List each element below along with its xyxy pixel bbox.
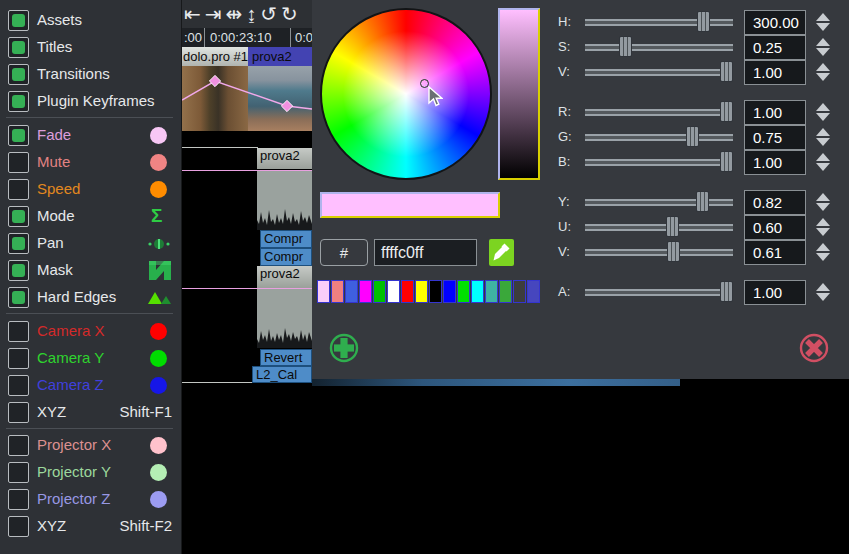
timebar[interactable]: :00 0:00:23:10 0:0 <box>182 28 312 47</box>
spin-up-icon[interactable] <box>816 38 830 46</box>
saturation-value-box[interactable]: 0.25 <box>744 35 806 60</box>
next-edit-icon[interactable]: ⇥ <box>205 4 222 24</box>
close-button[interactable] <box>797 331 831 365</box>
slider-thumb[interactable] <box>667 241 680 262</box>
eyedropper-button[interactable] <box>489 239 514 266</box>
spin-down-icon[interactable] <box>816 203 830 211</box>
menu-item-fade[interactable]: Fade <box>0 122 181 149</box>
spin-up-icon[interactable] <box>816 243 830 251</box>
checkbox[interactable] <box>8 64 29 85</box>
palette-swatch[interactable] <box>317 280 330 303</box>
prev-edit-icon[interactable]: ⇤ <box>184 4 201 24</box>
menu-item-camera-z[interactable]: Camera Z <box>0 372 181 399</box>
checkbox[interactable] <box>8 287 29 308</box>
checkbox[interactable] <box>8 435 29 456</box>
green-spinner[interactable] <box>812 126 833 149</box>
spin-down-icon[interactable] <box>816 293 830 301</box>
fade-keyframe-curve[interactable] <box>182 66 312 131</box>
spin-down-icon[interactable] <box>816 138 830 146</box>
green-value-box[interactable]: 0.75 <box>744 125 806 150</box>
checkbox[interactable] <box>8 152 29 173</box>
spin-down-icon[interactable] <box>816 228 830 236</box>
spin-down-icon[interactable] <box>816 163 830 171</box>
slider-thumb[interactable] <box>720 61 733 82</box>
menu-item-assets[interactable]: Assets <box>0 7 181 34</box>
v-value-box[interactable]: 0.61 <box>744 240 806 265</box>
menu-item-mute[interactable]: Mute <box>0 149 181 176</box>
menu-item-hard-edges[interactable]: Hard Edges <box>0 284 181 311</box>
v-slider[interactable] <box>585 241 733 264</box>
checkbox[interactable] <box>8 260 29 281</box>
hex-input[interactable]: ffffc0ff <box>374 239 477 266</box>
checkbox[interactable] <box>8 348 29 369</box>
slider-thumb[interactable] <box>696 191 709 212</box>
audio-waveform-block[interactable] <box>257 171 312 230</box>
checkbox[interactable] <box>8 10 29 31</box>
palette-swatch[interactable] <box>499 280 512 303</box>
palette-swatch[interactable] <box>429 280 442 303</box>
audio-clip-title[interactable]: prova2 <box>257 266 312 288</box>
menu-item-projector-xyz[interactable]: XYZ Shift-F2 <box>0 513 181 540</box>
palette-swatch[interactable] <box>513 280 526 303</box>
menu-item-mask[interactable]: Mask <box>0 257 181 284</box>
u-spinner[interactable] <box>812 216 833 239</box>
checkbox[interactable] <box>8 91 29 112</box>
luma-spinner[interactable] <box>812 191 833 214</box>
palette-swatch[interactable] <box>373 280 386 303</box>
spin-up-icon[interactable] <box>816 218 830 226</box>
spin-up-icon[interactable] <box>816 103 830 111</box>
menu-item-transitions[interactable]: Transitions <box>0 61 181 88</box>
checkbox[interactable] <box>8 37 29 58</box>
hue-value-box[interactable]: 300.00 <box>744 10 806 35</box>
spin-up-icon[interactable] <box>816 283 830 291</box>
spin-down-icon[interactable] <box>816 73 830 81</box>
palette-swatch[interactable] <box>359 280 372 303</box>
slider-thumb[interactable] <box>720 151 733 172</box>
hex-hash-button[interactable]: # <box>320 239 368 266</box>
spin-up-icon[interactable] <box>816 13 830 21</box>
palette-swatch[interactable] <box>331 280 344 303</box>
undo-icon[interactable]: ↺ <box>260 4 277 24</box>
palette-swatch[interactable] <box>527 280 540 303</box>
alpha-spinner[interactable] <box>812 281 833 304</box>
video-clip-title[interactable]: prova2 <box>248 47 312 66</box>
checkbox[interactable] <box>8 206 29 227</box>
menu-item-projector-x[interactable]: Projector X <box>0 432 181 459</box>
luma-slider[interactable] <box>585 191 733 214</box>
menu-item-mode[interactable]: Mode Σ <box>0 203 181 230</box>
saturation-spinner[interactable] <box>812 36 833 59</box>
red-value-box[interactable]: 1.00 <box>744 100 806 125</box>
hue-slider[interactable] <box>585 11 733 34</box>
blue-slider[interactable] <box>585 151 733 174</box>
alpha-slider[interactable] <box>585 281 733 304</box>
palette-swatch[interactable] <box>401 280 414 303</box>
menu-item-speed[interactable]: Speed <box>0 176 181 203</box>
checkbox[interactable] <box>8 179 29 200</box>
palette-swatch[interactable] <box>471 280 484 303</box>
menu-item-pan[interactable]: Pan <box>0 230 181 257</box>
palette-swatch[interactable] <box>443 280 456 303</box>
slider-thumb[interactable] <box>619 36 632 57</box>
menu-item-camera-x[interactable]: Camera X <box>0 318 181 345</box>
slider-thumb[interactable] <box>720 281 733 302</box>
video-clip-title[interactable]: dolo.pro #1 <box>182 47 248 66</box>
palette-swatch[interactable] <box>387 280 400 303</box>
spin-up-icon[interactable] <box>816 193 830 201</box>
saturation-slider[interactable] <box>585 36 733 59</box>
slider-thumb[interactable] <box>697 11 710 32</box>
palette-swatch[interactable] <box>415 280 428 303</box>
audio-waveform-block[interactable] <box>257 289 312 348</box>
palette-swatch[interactable] <box>485 280 498 303</box>
spin-down-icon[interactable] <box>816 113 830 121</box>
audio-clip-title[interactable]: prova2 <box>257 148 312 169</box>
palette-swatch[interactable] <box>457 280 470 303</box>
menu-item-plugin-keyframes[interactable]: Plugin Keyframes <box>0 88 181 115</box>
u-value-box[interactable]: 0.60 <box>744 215 806 240</box>
plugin-bar[interactable]: Revert <box>260 349 312 366</box>
red-spinner[interactable] <box>812 101 833 124</box>
plugin-bar[interactable]: Compr <box>260 230 312 248</box>
value-value-box[interactable]: 1.00 <box>744 60 806 85</box>
spin-up-icon[interactable] <box>816 63 830 71</box>
u-slider[interactable] <box>585 216 733 239</box>
checkbox[interactable] <box>8 489 29 510</box>
